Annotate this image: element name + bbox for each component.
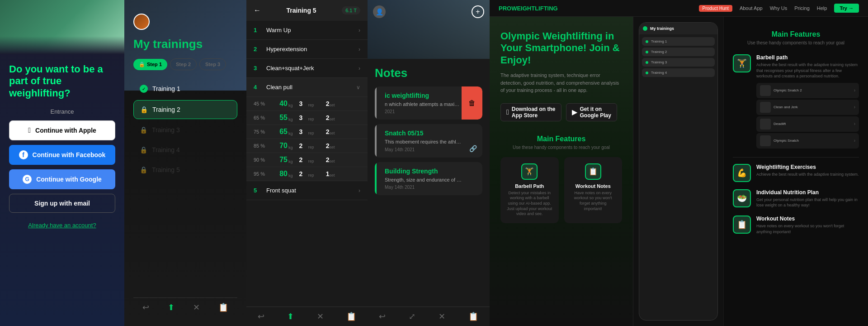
avatar — [133, 14, 150, 30]
training-item[interactable]: ✓ Training 1 — [133, 79, 237, 98]
exercise-item-expanded[interactable]: 4 Clean pull ∨ 45 % 40 kg 3 rep 2 set 65… — [246, 78, 368, 181]
list-item[interactable]: Olympic Snatch › — [756, 133, 859, 149]
login-bg-image — [0, 0, 124, 54]
notes-nav-icon[interactable]: 📋 — [468, 312, 478, 321]
delete-note-button[interactable]: 🗑 — [462, 86, 482, 120]
entrance-label: Entrance — [50, 108, 74, 115]
lock-icon: 🔒 — [140, 126, 147, 134]
note-card[interactable]: Building Strength Strength, size and end… — [375, 162, 482, 195]
app-store-badge[interactable]:  Download on the App Store — [500, 103, 561, 121]
exercise-item[interactable]: 2 Hyperextension › — [246, 40, 368, 59]
right-feature-content: Workout Notes Have notes on every workou… — [756, 216, 859, 235]
facebook-login-button[interactable]: f Continue with Facebook — [9, 145, 115, 165]
chevron-right-icon: › — [359, 65, 360, 72]
exercise-item[interactable]: 1 Warm Up › — [246, 21, 368, 40]
back-nav-icon[interactable]: ↩ — [142, 302, 149, 312]
close-nav-icon[interactable]: ✕ — [317, 312, 324, 321]
facebook-icon: f — [19, 150, 28, 159]
close-nav-icon[interactable]: ✕ — [439, 312, 445, 321]
home-nav-icon[interactable]: ⬆ — [168, 302, 175, 312]
training-list: ✓ Training 1 🔒 Training 2 🔒 Training 3 🔒… — [133, 79, 237, 297]
note-border — [375, 124, 377, 157]
apple-login-button[interactable]:  Continue with Apple — [9, 120, 115, 140]
website-topbar: PROWEIGHTLIFTING Product Hunt About App … — [490, 0, 868, 17]
profile-icon[interactable]: 👤 — [373, 5, 386, 18]
apple-store-icon:  — [506, 108, 509, 116]
training-item[interactable]: 🔒 Training 5 — [133, 161, 237, 179]
google-login-button[interactable]: G Continue with Google — [9, 169, 115, 189]
set-row: 90 % 75 kg 2 rep 2 set — [246, 153, 368, 167]
lock-icon: 🔒 — [139, 62, 145, 67]
chevron-right-icon: › — [359, 46, 360, 53]
training-item[interactable]: 🔒 Training 2 — [133, 100, 237, 119]
step-2-button[interactable]: Step 2 — [170, 58, 197, 70]
nav-pricing[interactable]: Pricing — [794, 5, 810, 11]
chevron-right-icon: › — [359, 27, 360, 34]
note-card[interactable]: ic weightlifting n which athlete attempt… — [375, 86, 482, 120]
login-heading: Do you want to be a part of true weighli… — [9, 63, 115, 99]
right-features-title: Main Features — [733, 30, 859, 38]
barbell-path-icon: 🏋 — [733, 54, 751, 72]
trash-icon: 🗑 — [468, 99, 476, 107]
already-account-link[interactable]: Already have an account? — [28, 222, 96, 229]
notes-nav-icon[interactable]: 📋 — [346, 312, 356, 321]
features-section: Main Features Use these handy components… — [500, 135, 622, 223]
website-logo: PROWEIGHTLIFTING — [499, 5, 558, 12]
features-subtitle: Use these handy components to reach your… — [500, 145, 622, 150]
add-note-button[interactable]: + — [472, 5, 484, 18]
back-button[interactable]: ← — [254, 6, 261, 14]
notes-title: Notes — [375, 66, 482, 80]
lock-icon: 🔒 — [140, 106, 148, 113]
website-nav: Product Hunt About App Why Us Pricing He… — [699, 4, 859, 13]
exercise-thumbnail — [760, 85, 771, 96]
google-play-icon: ▶ — [572, 108, 577, 116]
nav-about[interactable]: About App — [740, 5, 763, 11]
home-nav-icon[interactable]: ⬆ — [287, 312, 294, 321]
list-item[interactable]: Deadlift › — [756, 116, 859, 132]
set-row: 75 % 65 kg 3 rep 2 set — [246, 125, 368, 139]
expand-nav-icon[interactable]: ⤢ — [409, 312, 415, 321]
training-item[interactable]: 🔒 Training 4 — [133, 141, 237, 159]
header-icons: 👤 + — [373, 5, 484, 18]
step-3-button[interactable]: Step 3 — [199, 58, 226, 70]
note-content: ic weightlifting n which athlete attempt… — [380, 92, 462, 114]
note-content: Building Strength Strength, size and end… — [380, 168, 477, 190]
try-button[interactable]: Try → — [834, 4, 859, 13]
note-content: Snatch 05/15 This mobement requires the … — [380, 129, 469, 152]
email-signup-button[interactable]: Sign up with email — [9, 194, 115, 213]
sets-table: 45 % 40 kg 3 rep 2 set 65 % 55 kg 3 rep … — [246, 96, 368, 181]
list-item[interactable]: Olympic Snatch 2 › — [756, 83, 859, 98]
back-nav-icon[interactable]: ↩ — [258, 312, 264, 321]
nav-help[interactable]: Help — [817, 5, 827, 11]
exercise-thumbnail — [760, 119, 771, 129]
close-nav-icon[interactable]: ✕ — [193, 302, 200, 312]
bottom-nav: ↩ ⬆ ✕ 📋 — [246, 307, 368, 326]
exercise-item[interactable]: 3 Clean+squat+Jerk › — [246, 59, 368, 78]
notes-panel: 👤 + Notes ic weightlifting n which athle… — [368, 0, 490, 326]
trainings-title: My trainings — [133, 37, 237, 51]
right-feature-content: Individual Nutrition Plan Get your perso… — [756, 189, 859, 208]
feature-card-barbell: 🏋 Barbell Path Detect your mistakes in w… — [500, 157, 559, 223]
barbell-exercises-list: Olympic Snatch 2 › Clean and Jerk › — [756, 83, 859, 149]
step-1-button[interactable]: 🔒 Step 1 — [133, 59, 167, 70]
training-item[interactable]: 🔒 Training 3 — [133, 121, 237, 139]
workout-notes-icon: 📋 — [733, 216, 751, 234]
back-nav-icon[interactable]: ↩ — [379, 312, 386, 321]
avatar-row — [133, 14, 237, 30]
note-card[interactable]: Snatch 05/15 This mobement requires the … — [375, 124, 482, 157]
dot-icon — [646, 61, 648, 64]
list-item[interactable]: Clean and Jerk › — [756, 100, 859, 115]
nav-why[interactable]: Why Us — [770, 5, 788, 11]
website-panel: PROWEIGHTLIFTING Product Hunt About App … — [490, 0, 868, 326]
google-play-badge[interactable]: ▶ Get it on Google Play — [566, 103, 617, 121]
features-title: Main Features — [500, 135, 622, 143]
training-detail-panel: ← Training 5 6.1 T 1 Warm Up › 2 Hyperex… — [246, 0, 368, 326]
training-detail-header: ← Training 5 6.1 T — [246, 0, 368, 21]
exercise-item[interactable]: 5 Front squat › — [246, 181, 368, 200]
note-border — [375, 162, 377, 195]
right-feature-item: 📋 Workout Notes Have notes on every work… — [733, 216, 859, 235]
apple-icon:  — [28, 126, 31, 134]
trainings-content: My trainings 🔒 Step 1 Step 2 Step 3 ✓ Tr… — [124, 0, 246, 326]
notes-nav-icon[interactable]: 📋 — [218, 302, 228, 312]
feature-card-notes: 📋 Workout Notes Have notes on every work… — [564, 157, 623, 223]
